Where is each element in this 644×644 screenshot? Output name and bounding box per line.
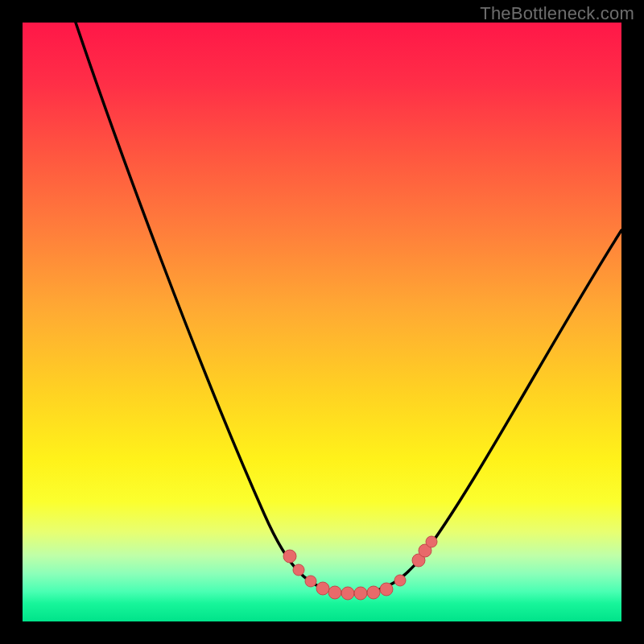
curve-marker: [367, 586, 380, 599]
curve-marker: [341, 587, 354, 600]
marker-group: [283, 536, 437, 600]
curve-marker: [354, 587, 367, 600]
chart-svg: [23, 23, 621, 621]
curve-marker: [293, 564, 304, 576]
curve-marker: [305, 576, 316, 587]
curve-marker: [394, 575, 406, 586]
curve-marker: [283, 550, 296, 563]
chart-frame: [23, 23, 621, 621]
curve-marker: [316, 582, 329, 595]
curve-marker: [328, 586, 341, 599]
bottleneck-curve: [76, 23, 621, 593]
curve-marker: [380, 583, 393, 596]
watermark-text: TheBottleneck.com: [480, 3, 634, 24]
curve-marker: [426, 536, 437, 547]
